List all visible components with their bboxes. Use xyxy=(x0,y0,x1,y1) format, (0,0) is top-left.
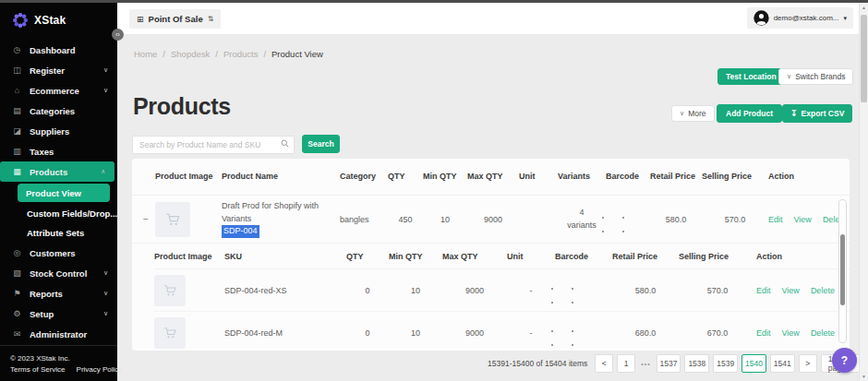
sidebar-item-reports[interactable]: ⚑ Reports ∨ xyxy=(0,283,117,304)
scroll-down-arrow-icon[interactable]: ▼ xyxy=(860,372,868,381)
product-max-qty: 9000 xyxy=(467,215,519,224)
administrator-icon: ✉ xyxy=(12,330,22,339)
user-menu-button[interactable]: demo@xstak.com... ▾ xyxy=(747,7,853,29)
pagination-page-1539[interactable]: 1539 xyxy=(713,354,738,373)
sidebar-item-register[interactable]: ◫ Register ∨ xyxy=(0,60,117,80)
col-product-image: Product Image xyxy=(155,171,222,182)
sidebar-item-ecommerce[interactable]: ⌂ Ecommerce ∨ xyxy=(0,80,117,101)
search-icon xyxy=(281,139,289,148)
breadcrumb-products[interactable]: Products xyxy=(223,49,259,59)
col-min-qty: Min QTY xyxy=(423,171,467,182)
register-icon: ◫ xyxy=(12,66,22,75)
caret-down-icon: ▾ xyxy=(843,15,847,22)
vcol-retail-price: Retail Price xyxy=(612,252,679,261)
app-window: XStak ◷ Dashboard ◫ Register ∨ ⌂ Ecommer… xyxy=(0,0,868,381)
view-link[interactable]: View xyxy=(782,286,800,295)
pagination-prev-button[interactable]: < xyxy=(595,354,613,373)
col-action: Action xyxy=(768,171,842,182)
col-barcode: Barcode xyxy=(606,171,650,182)
variant-unit: - xyxy=(507,286,555,295)
sidebar-item-stock-control[interactable]: ▧ Stock Control ∨ xyxy=(0,263,117,283)
product-actions: Edit View Delete xyxy=(768,215,847,224)
user-email: demo@xstak.com... xyxy=(774,14,839,22)
pagination-next-button[interactable]: > xyxy=(799,354,817,373)
reports-icon: ⚑ xyxy=(12,290,22,298)
pagination-page-1540-active[interactable]: 1540 xyxy=(741,354,766,373)
categories-icon: ▤ xyxy=(12,107,22,115)
variant-selling-price: 570.0 xyxy=(679,286,756,295)
col-max-qty: Max QTY xyxy=(467,171,519,182)
vcol-max-qty: Max QTY xyxy=(442,252,507,261)
variant-retail-price: 580.0 xyxy=(612,286,679,295)
pagination-page-1537[interactable]: 1537 xyxy=(657,354,681,373)
sidebar-item-administrator[interactable]: ✉ Administrator xyxy=(0,324,117,344)
products-icon: ▦ xyxy=(12,168,22,176)
view-link[interactable]: View xyxy=(782,328,800,338)
variant-qty: 0 xyxy=(346,286,389,295)
vcol-unit: Unit xyxy=(507,252,555,261)
col-product-name: Product Name xyxy=(222,171,340,182)
edit-link[interactable]: Edit xyxy=(756,286,771,295)
variant-actions: Edit View Delete xyxy=(756,286,840,295)
sidebar: XStak ◷ Dashboard ◫ Register ∨ ⌂ Ecommer… xyxy=(0,3,117,381)
terms-of-service-link[interactable]: Terms of Service xyxy=(10,365,66,374)
privacy-policy-link[interactable]: Privacy Policy xyxy=(77,365,123,374)
add-product-button[interactable]: Add Product xyxy=(717,104,782,123)
switch-brands-button[interactable]: ∨ Switch Brands xyxy=(778,68,853,85)
variant-max-qty: 9000 xyxy=(442,286,507,295)
chevron-down-icon: ∨ xyxy=(103,290,108,297)
sidebar-collapse-toggle[interactable]: ‹› xyxy=(112,29,124,41)
sidebar-item-suppliers[interactable]: ◪ Suppliers xyxy=(0,121,117,141)
sidebar-subitem-attribute-sets[interactable]: Attribute Sets xyxy=(0,223,117,243)
brand-logo[interactable]: XStak xyxy=(0,3,117,36)
sidebar-item-products[interactable]: ▦ Products ∧ xyxy=(0,161,115,182)
xstak-logo-icon xyxy=(12,12,29,29)
export-csv-button[interactable]: ↧ Export CSV xyxy=(782,104,852,123)
pagination-page-1541[interactable]: 1541 xyxy=(770,354,795,373)
page-title: Products xyxy=(133,93,231,120)
search-button[interactable]: Search xyxy=(302,135,340,153)
help-button[interactable]: ? xyxy=(832,348,857,373)
products-table-card: Product Image Product Name Category QTY … xyxy=(132,159,850,351)
taxes-icon: ▥ xyxy=(12,148,22,156)
sidebar-item-setup[interactable]: ⚙ Setup ∨ xyxy=(0,304,117,324)
pagination-page-1[interactable]: 1 xyxy=(617,354,635,373)
download-icon: ↧ xyxy=(790,110,798,118)
products-table-header-row: Product Image Product Name Category QTY … xyxy=(132,159,850,196)
delete-link[interactable]: Delete xyxy=(811,328,835,338)
test-location-button[interactable]: Test Location xyxy=(717,68,785,85)
more-button[interactable]: ∨ More xyxy=(671,105,715,122)
pagination-page-1538[interactable]: 1538 xyxy=(684,354,709,373)
collapse-row-toggle[interactable]: − xyxy=(137,214,155,224)
sidebar-item-taxes[interactable]: ▥ Taxes xyxy=(0,141,117,161)
breadcrumb-home[interactable]: Home xyxy=(134,49,157,59)
cart-icon xyxy=(162,282,178,299)
sidebar-menu: ◷ Dashboard ◫ Register ∨ ⌂ Ecommerce ∨ ▤… xyxy=(0,40,117,344)
chevron-up-icon: ∧ xyxy=(101,168,105,175)
breadcrumb-shopdesk[interactable]: Shopdesk xyxy=(171,49,210,59)
sidebar-subitem-custom-fields[interactable]: Custom Fields/Drop... xyxy=(0,204,117,223)
variant-selling-price: 670.0 xyxy=(679,328,756,338)
sidebar-item-dashboard[interactable]: ◷ Dashboard xyxy=(0,40,117,60)
scroll-up-arrow-icon[interactable]: ▲ xyxy=(860,3,868,12)
view-link[interactable]: View xyxy=(794,215,812,224)
table-scrollbar[interactable] xyxy=(838,199,847,343)
sidebar-item-categories[interactable]: ▤ Categories xyxy=(0,101,117,121)
sidebar-subitem-product-view[interactable]: Product View xyxy=(18,184,110,202)
vcol-qty: QTY xyxy=(346,252,389,261)
avatar xyxy=(753,10,769,26)
edit-link[interactable]: Edit xyxy=(768,215,783,224)
product-image-placeholder xyxy=(155,202,190,237)
table-scrollbar-thumb[interactable] xyxy=(840,234,845,305)
delete-link[interactable]: Delete xyxy=(811,286,835,295)
search-field-wrap xyxy=(132,135,295,153)
sidebar-item-customers[interactable]: ◎ Customers xyxy=(0,243,117,263)
search-input[interactable] xyxy=(132,136,295,154)
breadcrumb: Home / Shopdesk / Products / Product Vie… xyxy=(134,49,323,59)
browser-scrollbar-thumb[interactable] xyxy=(861,15,867,102)
browser-scrollbar[interactable]: ▲ ▼ xyxy=(859,3,868,381)
pagination-summary: 15391-15400 of 15404 items xyxy=(488,359,587,368)
app-switcher-button[interactable]: ⊞ Point Of Sale ⇅ xyxy=(129,9,221,29)
edit-link[interactable]: Edit xyxy=(756,328,771,338)
chevron-down-icon: ∨ xyxy=(680,110,684,117)
